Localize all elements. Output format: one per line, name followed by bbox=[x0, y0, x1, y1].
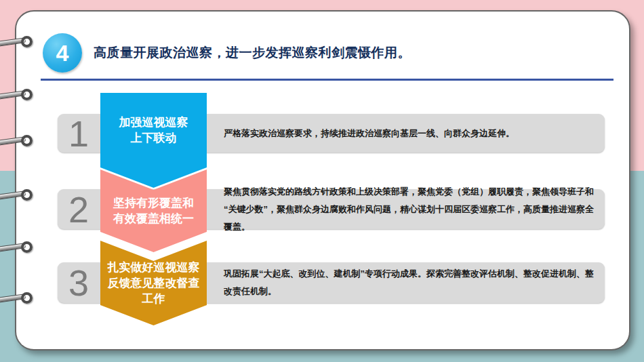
binder-ring-icon bbox=[1, 88, 34, 103]
title-divider bbox=[41, 79, 613, 81]
binder-ring-icon bbox=[1, 35, 34, 50]
binder-ring-icon bbox=[1, 291, 34, 306]
binder-ring-icon bbox=[1, 134, 34, 149]
page-title: 高质量开展政治巡察，进一步发挥巡察利剑震慑作用。 bbox=[94, 34, 609, 72]
step-1-number: 1 bbox=[68, 115, 89, 152]
binder-ring-icon bbox=[1, 188, 34, 203]
slide-background: 4 高质量开展政治巡察，进一步发挥巡察利剑震慑作用。 1 严格落实政治巡察要求，… bbox=[0, 0, 644, 362]
binder-ring-icon bbox=[1, 241, 34, 256]
step-3-number: 3 bbox=[68, 264, 89, 301]
section-number-badge: 4 bbox=[43, 33, 82, 73]
step-2-number: 2 bbox=[68, 191, 89, 228]
